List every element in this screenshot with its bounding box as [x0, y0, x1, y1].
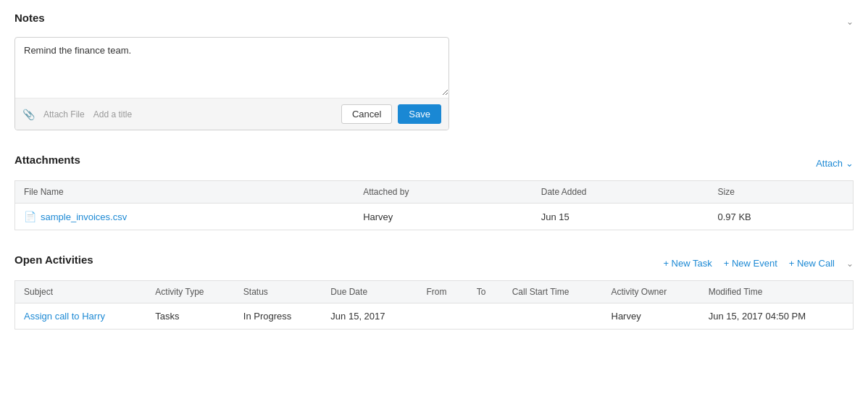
activities-collapse-icon[interactable]: ⌄	[846, 259, 854, 269]
table-row: 📄 sample_invoices.csv Harvey Jun 15 0.97…	[15, 204, 854, 230]
date-added-cell: Jun 15	[533, 204, 709, 230]
col-from: From	[418, 281, 468, 303]
attachments-table: File Name Attached by Date Added Size 📄 …	[14, 180, 854, 230]
chevron-down-icon: ⌄	[846, 158, 854, 169]
attachments-section: Attachments Attach ⌄ File Name Attached …	[14, 154, 854, 230]
notes-footer: 📎 Attach File Add a title Cancel Save	[15, 98, 448, 130]
col-modified-time: Modified Time	[700, 281, 854, 303]
activities-header: Open Activities + New Task + New Event +…	[14, 253, 854, 273]
cancel-button[interactable]: Cancel	[341, 104, 392, 124]
activity-owner-cell: Harvey	[603, 303, 700, 330]
due-date-cell: Jun 15, 2017	[322, 303, 417, 330]
col-date-added: Date Added	[533, 181, 709, 204]
attachments-title: Attachments	[14, 154, 80, 166]
new-call-button[interactable]: + New Call	[789, 258, 835, 269]
attachments-table-header: File Name Attached by Date Added Size	[15, 181, 854, 204]
subject-cell: Assign call to Harry	[15, 303, 147, 330]
col-subject: Subject	[15, 281, 147, 303]
modified-time-cell: Jun 15, 2017 04:50 PM	[700, 303, 854, 330]
attachments-header: Attachments Attach ⌄	[14, 154, 854, 173]
col-to: To	[468, 281, 504, 303]
activities-table: Subject Activity Type Status Due Date Fr…	[14, 280, 854, 330]
file-link[interactable]: 📄 sample_invoices.csv	[24, 211, 346, 222]
activity-link[interactable]: Assign call to Harry	[24, 311, 105, 322]
attached-by-cell: Harvey	[354, 204, 533, 230]
attach-button[interactable]: Attach ⌄	[816, 158, 854, 169]
activities-actions: + New Task + New Event + New Call ⌄	[663, 258, 854, 269]
col-activity-owner: Activity Owner	[603, 281, 700, 303]
attach-file-label[interactable]: Attach File	[43, 109, 85, 120]
col-activity-type: Activity Type	[146, 281, 234, 303]
notes-collapse-icon[interactable]: ⌄	[846, 17, 854, 27]
col-call-start-time: Call Start Time	[504, 281, 603, 303]
file-name-cell: 📄 sample_invoices.csv	[15, 204, 355, 230]
table-row: Assign call to Harry Tasks In Progress J…	[15, 303, 854, 330]
to-cell	[468, 303, 504, 330]
status-cell: In Progress	[235, 303, 322, 330]
new-task-button[interactable]: + New Task	[663, 258, 711, 269]
call-start-time-cell	[504, 303, 603, 330]
notes-title: Notes	[14, 12, 45, 24]
open-activities-section: Open Activities + New Task + New Event +…	[14, 253, 854, 330]
col-file-name: File Name	[15, 181, 355, 204]
activity-type-cell: Tasks	[146, 303, 234, 330]
col-size: Size	[709, 181, 854, 204]
add-title-label[interactable]: Add a title	[93, 109, 132, 120]
activities-title: Open Activities	[14, 253, 93, 266]
save-button[interactable]: Save	[398, 104, 441, 124]
col-status: Status	[235, 281, 322, 303]
notes-actions: Cancel Save	[341, 104, 441, 124]
size-cell: 0.97 KB	[709, 204, 854, 230]
col-due-date: Due Date	[322, 281, 417, 303]
notes-textarea[interactable]	[15, 38, 448, 96]
notes-editor: 📎 Attach File Add a title Cancel Save	[14, 37, 449, 130]
paperclip-icon: 📎	[22, 109, 35, 120]
from-cell	[418, 303, 468, 330]
activities-table-header: Subject Activity Type Status Due Date Fr…	[15, 281, 854, 303]
new-event-button[interactable]: + New Event	[724, 258, 777, 269]
col-attached-by: Attached by	[354, 181, 533, 204]
csv-icon: 📄	[24, 211, 36, 222]
